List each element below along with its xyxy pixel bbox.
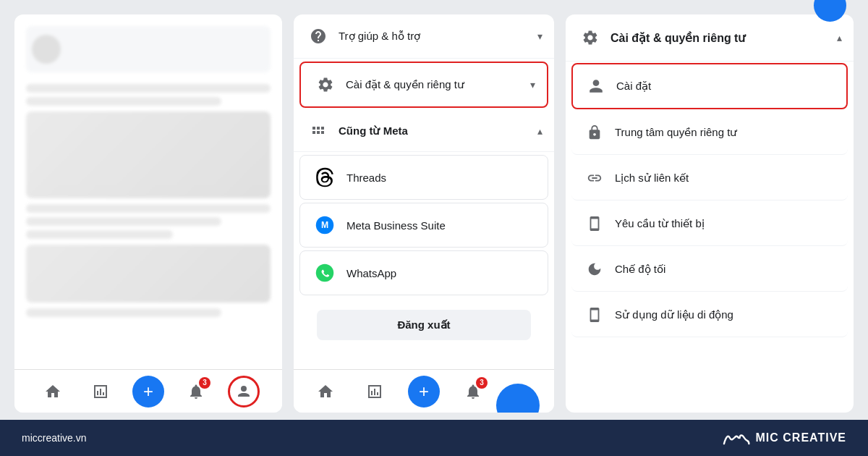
settings-arrow: ▾ [530, 79, 535, 90]
right-menu-settings[interactable]: Cài đặt [571, 63, 848, 109]
meta-business-label: Meta Business Suite [346, 219, 446, 232]
settings-icon [312, 72, 339, 98]
dark-mode-label: Chế độ tối [615, 263, 836, 276]
app-meta-business[interactable]: M Meta Business Suite [299, 203, 548, 248]
help-label: Trợ giúp & hỗ trợ [339, 30, 537, 43]
link-icon [583, 166, 606, 190]
nav-plus-mid[interactable]: + [408, 376, 440, 408]
moon-icon [583, 258, 606, 281]
user-icon [584, 75, 608, 98]
svg-point-3 [316, 264, 334, 282]
right-menu-dark-mode[interactable]: Chế độ tối [571, 248, 848, 292]
right-panel-header: Cài đặt & quyền riêng tư ▴ [566, 14, 854, 62]
device-request-label: Yêu cầu từ thiết bị [615, 217, 836, 230]
nav-plus-left[interactable]: + [132, 376, 164, 408]
device-icon [583, 212, 606, 235]
whatsapp-label: WhatsApp [346, 267, 396, 279]
mobile-data-label: Sử dụng dữ liệu di động [615, 308, 836, 321]
logout-button[interactable]: Đăng xuất [317, 310, 531, 340]
right-settings-icon [577, 25, 603, 51]
app-threads[interactable]: Threads [299, 155, 548, 200]
meta-section-header: Cũng từ Meta ▴ [294, 111, 554, 152]
meta-section-label: Cũng từ Meta [339, 124, 537, 138]
help-icon [305, 23, 331, 49]
right-header-label: Cài đặt & quyền riêng tư [610, 31, 837, 45]
right-menu-device[interactable]: Yêu cầu từ thiết bị [571, 202, 848, 246]
bell-badge-mid: 3 [476, 377, 488, 389]
lock-icon [583, 121, 606, 144]
footer-website: miccreative.vn [22, 432, 86, 444]
menu-item-help[interactable]: Trợ giúp & hỗ trợ ▾ [294, 14, 554, 59]
left-panel: + 3 [14, 14, 282, 413]
menu-item-settings[interactable]: Cài đặt & quyền riêng tư ▾ [299, 62, 548, 108]
link-history-label: Lịch sử liên kết [615, 172, 836, 185]
right-menu-link-history[interactable]: Lịch sử liên kết [571, 156, 848, 200]
svg-point-0 [241, 386, 247, 392]
avatar [32, 35, 61, 64]
privacy-center-label: Trung tâm quyền riêng tư [615, 126, 836, 139]
nav-home-left[interactable] [37, 376, 69, 408]
left-bottom-nav: + 3 [14, 369, 282, 413]
threads-icon [312, 164, 338, 190]
right-menu-mobile-data[interactable]: Sử dụng dữ liệu di động [571, 293, 848, 337]
nav-home-mid[interactable] [310, 376, 341, 408]
footer-brand-name: MIC CREATIVE [756, 431, 846, 444]
settings-label: Cài đặt & quyền riêng tư [346, 78, 530, 91]
right-header-arrow: ▴ [837, 32, 842, 43]
app-whatsapp[interactable]: WhatsApp [299, 250, 548, 295]
svg-text:M: M [321, 220, 328, 230]
help-arrow: ▾ [537, 30, 542, 42]
footer: miccreative.vn MIC CREATIVE [0, 420, 868, 456]
right-panel: Cài đặt & quyền riêng tư ▴ Cài đặt [566, 14, 854, 413]
whatsapp-icon [312, 260, 338, 286]
meta-arrow: ▴ [537, 125, 542, 137]
nav-profile-left[interactable] [228, 376, 260, 408]
right-settings-label: Cài đặt [616, 80, 835, 93]
footer-brand-right: MIC CREATIVE [721, 429, 846, 447]
nav-bell-mid[interactable]: 3 [457, 376, 489, 408]
nav-bell-left[interactable]: 3 [180, 376, 212, 408]
bell-badge-left: 3 [199, 377, 210, 389]
meta-business-icon: M [312, 212, 338, 238]
middle-panel: Trợ giúp & hỗ trợ ▾ Cài đặt & quyền riên… [294, 14, 554, 413]
threads-label: Threads [346, 172, 386, 184]
meta-grid-icon [305, 118, 331, 144]
right-menu-privacy[interactable]: Trung tâm quyền riêng tư [571, 111, 848, 155]
nav-stats-left[interactable] [85, 376, 116, 408]
nav-stats-mid[interactable] [359, 376, 391, 408]
mobile-data-icon [583, 303, 606, 326]
